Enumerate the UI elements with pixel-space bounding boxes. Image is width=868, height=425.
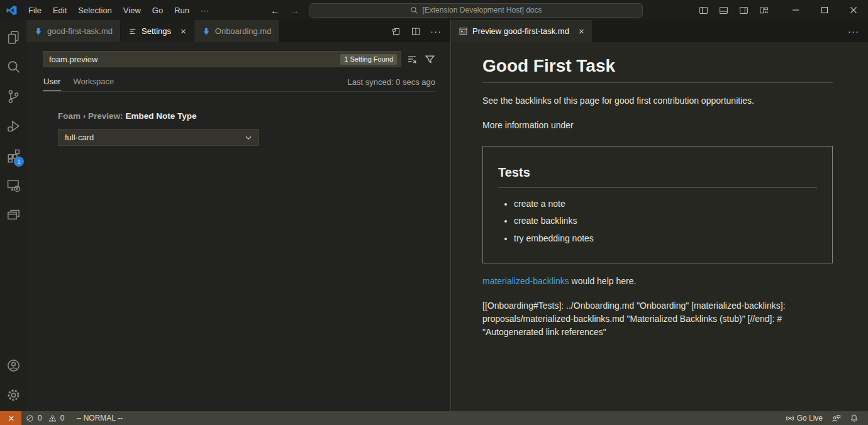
preview-paragraph: More information under <box>482 119 833 132</box>
extensions-badge: 1 <box>14 157 24 167</box>
menu-file[interactable]: File <box>23 3 47 18</box>
setting-row-embed-note-type: Foam › Preview:Embed Note Type full-card <box>58 111 435 146</box>
close-window-button[interactable] <box>839 0 868 20</box>
vim-mode-label: -- NORMAL -- <box>76 414 123 422</box>
list-item: create backlinks <box>514 214 817 227</box>
editor-layouts-icon[interactable] <box>0 200 26 229</box>
problems-indicator[interactable]: 0 0 <box>21 411 69 425</box>
customize-layout-icon[interactable] <box>759 6 769 15</box>
broadcast-icon <box>786 414 794 422</box>
last-synced-label: Last synced: 0 secs ago <box>348 77 435 91</box>
go-live-label: Go Live <box>797 414 823 422</box>
preview-paragraph: materialized-backlinks would help here. <box>482 275 833 288</box>
extensions-icon[interactable]: 1 <box>0 141 26 170</box>
tab-label: good-first-task.md <box>47 26 113 36</box>
vscode-logo-icon <box>0 5 23 16</box>
materialized-backlinks-link[interactable]: materialized-backlinks <box>482 276 569 286</box>
tab-label: Preview good-first-task.md <box>472 26 569 36</box>
scope-tab-user[interactable]: User <box>43 74 61 91</box>
command-center-label: [Extension Development Host] docs <box>422 6 542 14</box>
link-references-paragraph: [[Onboarding#Tests]: ../Onboarding.md "O… <box>482 299 833 339</box>
remote-indicator[interactable] <box>0 411 21 425</box>
feedback-button[interactable] <box>827 411 845 425</box>
embedded-note-list: create a note create backlinks try embed… <box>498 197 817 245</box>
scope-tab-workspace[interactable]: Workspace <box>72 74 114 91</box>
navigate-forward-icon: → <box>290 5 299 16</box>
toggle-secondary-sidebar-icon[interactable] <box>739 6 748 15</box>
editor-group-settings: good-first-task.md Settings × Onboarding… <box>26 20 450 411</box>
status-bar: 0 0 -- NORMAL -- Go Live <box>0 411 868 425</box>
setting-category: Foam › Preview: <box>58 111 123 121</box>
filter-settings-icon[interactable] <box>425 54 435 65</box>
tab-onboarding[interactable]: Onboarding.md <box>194 20 280 42</box>
open-settings-json-icon[interactable] <box>391 26 401 36</box>
more-actions-button[interactable]: ··· <box>430 26 442 36</box>
menu-selection[interactable]: Selection <box>72 3 117 18</box>
markdown-file-icon <box>202 27 211 36</box>
toggle-primary-sidebar-icon[interactable] <box>699 6 708 15</box>
accounts-icon[interactable] <box>0 351 26 380</box>
dropdown-value: full-card <box>65 133 94 142</box>
warnings-icon <box>48 414 57 422</box>
vscode-window: File Edit Selection View Go Run ··· ← → … <box>0 0 868 425</box>
list-item: create a note <box>514 197 817 210</box>
feedback-icon <box>832 414 841 423</box>
menu-go[interactable]: Go <box>147 3 169 18</box>
close-tab-icon[interactable]: × <box>181 26 186 36</box>
link-tail-text: would help here. <box>569 276 637 286</box>
settings-editor: 1 Setting Found User Workspace Last sync… <box>26 42 450 411</box>
tab-good-first-task[interactable]: good-first-task.md <box>26 20 121 42</box>
tab-preview-good-first-task[interactable]: Preview good-first-task.md × <box>451 20 593 42</box>
chevron-down-icon <box>244 133 253 142</box>
search-icon <box>410 6 418 14</box>
embedded-note-card: Tests create a note create backlinks try… <box>482 146 833 263</box>
run-debug-icon[interactable] <box>0 111 26 141</box>
settings-search-box[interactable]: 1 Setting Found <box>43 51 401 67</box>
embedded-note-title: Tests <box>498 165 817 188</box>
tab-bar-group-2: Preview good-first-task.md × ··· <box>451 20 868 42</box>
toggle-panel-icon[interactable] <box>719 6 728 15</box>
warning-count: 0 <box>60 414 65 422</box>
close-tab-icon[interactable]: × <box>579 26 584 36</box>
errors-icon <box>26 414 34 422</box>
embed-note-type-dropdown[interactable]: full-card <box>58 129 259 146</box>
search-view-icon[interactable] <box>0 52 26 82</box>
menu-bar: File Edit Selection View Go Run ··· <box>23 3 214 18</box>
minimize-button[interactable] <box>781 0 810 20</box>
preview-title: Good First Task <box>482 56 833 83</box>
more-actions-button[interactable]: ··· <box>848 26 859 36</box>
menu-view[interactable]: View <box>118 3 147 18</box>
tab-label: Settings <box>142 26 171 36</box>
markdown-file-icon <box>34 27 43 36</box>
settings-result-count-badge: 1 Setting Found <box>340 54 397 65</box>
go-live-button[interactable]: Go Live <box>781 411 827 425</box>
markdown-preview-icon <box>459 26 468 36</box>
remote-explorer-icon[interactable] <box>0 170 26 200</box>
menu-overflow-button[interactable]: ··· <box>195 3 214 18</box>
split-editor-icon[interactable] <box>411 26 421 36</box>
navigate-back-icon[interactable]: ← <box>270 5 280 16</box>
vim-mode-indicator[interactable]: -- NORMAL -- <box>69 411 127 425</box>
menu-edit[interactable]: Edit <box>47 3 72 18</box>
settings-search-input[interactable] <box>49 55 340 64</box>
tab-bar-group-1: good-first-task.md Settings × Onboarding… <box>26 20 450 42</box>
source-control-icon[interactable] <box>0 82 26 111</box>
command-center-search[interactable]: [Extension Development Host] docs <box>309 3 643 18</box>
editor-group-preview: Preview good-first-task.md × ··· Good Fi… <box>450 20 868 411</box>
clear-settings-search-icon[interactable] <box>407 54 418 65</box>
settings-gear-icon[interactable] <box>0 380 26 410</box>
tab-settings[interactable]: Settings × <box>121 20 194 42</box>
title-bar: File Edit Selection View Go Run ··· ← → … <box>0 0 868 20</box>
list-item: try embedding notes <box>514 232 817 245</box>
maximize-button[interactable] <box>810 0 839 20</box>
explorer-icon[interactable] <box>0 23 26 52</box>
activity-bar: 1 <box>0 20 26 411</box>
preview-paragraph: See the backlinks of this page for good … <box>482 94 833 108</box>
setting-name: Embed Note Type <box>126 111 197 121</box>
notifications-bell-button[interactable] <box>845 411 863 425</box>
markdown-preview: Good First Task See the backlinks of thi… <box>451 42 868 411</box>
menu-run[interactable]: Run <box>169 3 195 18</box>
settings-editor-icon <box>128 27 137 36</box>
settings-scope-tabs: User Workspace Last synced: 0 secs ago <box>43 74 435 92</box>
bell-icon <box>850 414 859 422</box>
